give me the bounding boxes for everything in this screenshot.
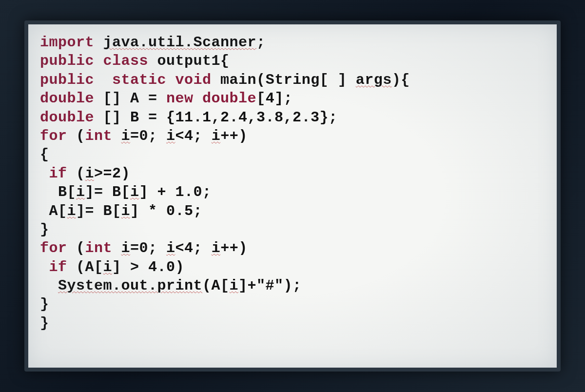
code-line: if (i>=2) (40, 164, 545, 183)
code-line: { (40, 145, 545, 164)
java-code-block: import java.util.Scanner;public class ou… (40, 33, 545, 333)
code-line: } (40, 295, 545, 314)
code-line: public class output1{ (40, 52, 545, 70)
code-line: System.out.print(A[i]+"#"); (40, 276, 545, 295)
code-line: double [] A = new double[4]; (40, 89, 545, 108)
code-line: public static void main(String[ ] args){ (40, 71, 545, 89)
code-editor-screen: import java.util.Scanner;public class ou… (24, 20, 561, 372)
code-line: A[i]= B[i] * 0.5; (40, 202, 545, 220)
code-line: for (int i=0; i<4; i++) (40, 239, 545, 257)
code-line: } (40, 220, 545, 239)
code-line: } (40, 314, 545, 333)
code-line: double [] B = {11.1,2.4,3.8,2.3}; (40, 108, 545, 127)
code-line: if (A[i] > 4.0) (40, 258, 545, 276)
code-line: B[i]= B[i] + 1.0; (40, 183, 545, 201)
code-line: for (int i=0; i<4; i++) (40, 127, 545, 145)
code-line: import java.util.Scanner; (40, 33, 545, 52)
